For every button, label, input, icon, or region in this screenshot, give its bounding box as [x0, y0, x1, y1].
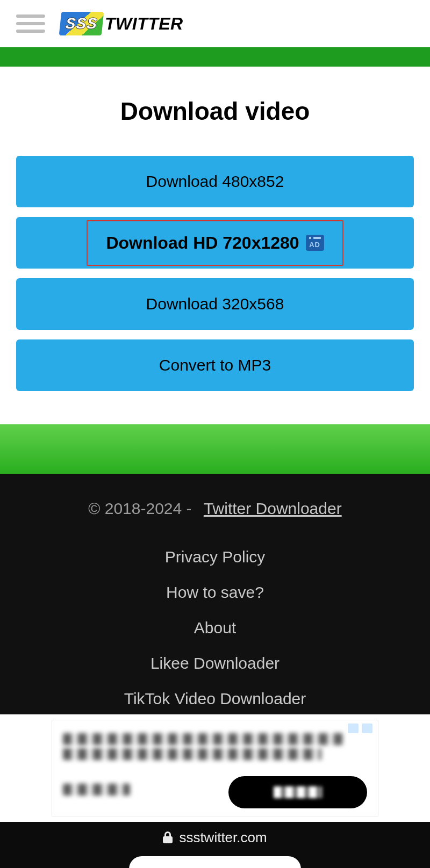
button-label: Download 480x852 — [146, 172, 284, 191]
logo-badge: SSS — [59, 12, 104, 35]
logo[interactable]: SSS TWITTER — [60, 12, 183, 35]
copyright-text: © 2018-2024 - — [88, 500, 191, 517]
button-label: Download 320x568 — [146, 295, 284, 313]
ad-blurred-text — [63, 784, 130, 795]
ad-blurred-text — [63, 733, 343, 745]
ad-icon: AD — [306, 235, 324, 251]
footer-link-about[interactable]: About — [194, 619, 236, 637]
footer: © 2018-2024 - Twitter Downloader Privacy… — [0, 474, 430, 714]
footer-link-howto[interactable]: How to save? — [166, 583, 264, 602]
logo-text: TWITTER — [105, 14, 183, 34]
header: SSS TWITTER — [0, 0, 430, 47]
ad-area — [0, 714, 430, 822]
main-content: Download video Download 480x852 Download… — [0, 67, 430, 424]
lock-icon — [163, 831, 173, 843]
download-480-button[interactable]: Download 480x852 — [16, 156, 414, 207]
download-320-button[interactable]: Download 320x568 — [16, 278, 414, 330]
footer-link-likee[interactable]: Likee Downloader — [150, 654, 280, 672]
highlight-box: Download HD 720x1280 AD — [87, 220, 343, 266]
convert-mp3-button[interactable]: Convert to MP3 — [16, 339, 414, 391]
ad-cta-button[interactable] — [228, 776, 367, 808]
footer-link-tiktok[interactable]: TikTok Video Downloader — [124, 690, 306, 708]
ad-controls[interactable] — [348, 724, 372, 733]
download-hd-720-button[interactable]: Download HD 720x1280 AD — [16, 217, 414, 269]
copyright-link[interactable]: Twitter Downloader — [204, 500, 342, 517]
page-title: Download video — [16, 97, 414, 126]
browser-url-bar[interactable]: ssstwitter.com — [0, 822, 430, 853]
url-pill[interactable] — [129, 856, 301, 868]
url-domain: ssstwitter.com — [179, 829, 267, 846]
button-label: Download HD 720x1280 — [106, 233, 299, 253]
browser-chrome-partial — [0, 853, 430, 868]
copyright: © 2018-2024 - Twitter Downloader — [16, 500, 414, 518]
ad-blurred-text — [63, 748, 321, 760]
footer-link-privacy[interactable]: Privacy Policy — [165, 548, 266, 566]
ad-cta-blurred-label — [274, 786, 322, 798]
green-gradient-strip — [0, 424, 430, 474]
green-accent-bar — [0, 47, 430, 67]
button-label: Convert to MP3 — [159, 356, 271, 374]
ad-close-icon[interactable] — [362, 724, 372, 733]
footer-links: Privacy Policy How to save? About Likee … — [16, 548, 414, 708]
ad-frame[interactable] — [52, 720, 378, 816]
hamburger-menu-icon[interactable] — [16, 15, 45, 33]
ad-info-icon[interactable] — [348, 724, 359, 733]
